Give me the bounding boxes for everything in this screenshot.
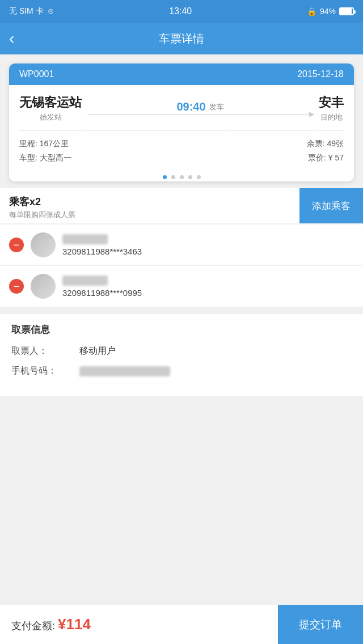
passenger-1-name-blurred	[62, 234, 108, 244]
passenger-1-id: 3209811988****3463	[62, 247, 354, 256]
destination-station: 安丰 目的地	[319, 94, 344, 122]
dot-4	[188, 175, 192, 179]
passenger-item: − 3209811988****3463	[0, 224, 363, 266]
collector-value: 移动用户	[79, 345, 116, 357]
route-arrow	[87, 115, 313, 115]
currency: ¥	[58, 616, 66, 633]
page-title: 车票详情	[159, 31, 204, 46]
vehicle-type: 车型: 大型高一	[19, 151, 71, 165]
phone-label: 手机号码：	[11, 365, 79, 377]
submit-order-button[interactable]: 提交订单	[278, 605, 363, 645]
destination-label: 目的地	[319, 112, 344, 122]
passenger-1-info: 3209811988****3463	[62, 234, 354, 256]
avatar-2	[31, 274, 56, 299]
passenger-header: 乘客x2 每单限购四张成人票 添加乘客	[0, 188, 363, 223]
passenger-title-area: 乘客x2 每单限购四张成人票	[0, 188, 299, 223]
ticket-details-left: 里程: 167公里 车型: 大型高一	[19, 137, 71, 165]
distance: 里程: 167公里	[19, 137, 71, 151]
back-button[interactable]: ‹	[9, 31, 14, 46]
remove-passenger-2-button[interactable]: −	[9, 279, 24, 294]
passenger-item: − 3209811988****0995	[0, 266, 363, 307]
passenger-title: 乘客x2	[9, 195, 290, 209]
depart-label: 发车	[209, 102, 224, 112]
ticket-dots	[9, 171, 354, 181]
status-bar: 无 SIM 卡 ⊙ 13:40 🔒 94%	[0, 0, 363, 23]
passenger-list: − 3209811988****3463 − 3209811988****099…	[0, 224, 363, 307]
ticket-id: WP0001	[19, 69, 54, 79]
passenger-subtitle: 每单限购四张成人票	[9, 210, 290, 220]
ticket-date: 2015-12-18	[297, 69, 344, 79]
ticket-card: WP0001 2015-12-18 无锡客运站 始发站 09:40 发车 安丰 …	[9, 63, 354, 181]
remove-passenger-1-button[interactable]: −	[9, 238, 24, 252]
ticket-body: 无锡客运站 始发站 09:40 发车 安丰 目的地 里程: 167公里 车型: …	[9, 85, 354, 171]
avatar-1	[31, 232, 56, 257]
collector-label: 取票人：	[11, 345, 79, 357]
lock-icon: 🔒	[307, 7, 316, 16]
payment-label: 支付金额:	[11, 620, 55, 632]
origin-name: 无锡客运站	[19, 94, 82, 111]
battery-icon	[339, 7, 354, 15]
battery-area: 🔒 94%	[307, 7, 354, 16]
bottom-bar: 支付金额: ¥114 提交订单	[0, 604, 363, 644]
depart-time: 09:40	[176, 100, 205, 113]
passenger-2-name-blurred	[62, 276, 108, 286]
dot-5	[197, 175, 201, 179]
remain-tickets: 余票: 49张	[307, 137, 344, 151]
dot-1	[163, 175, 167, 179]
origin-station: 无锡客运站 始发站	[19, 94, 82, 122]
payment-value: ¥114	[58, 616, 91, 633]
dot-3	[180, 175, 184, 179]
origin-label: 始发站	[19, 112, 82, 122]
ticket-header: WP0001 2015-12-18	[9, 63, 354, 85]
collector-row: 取票人： 移动用户	[11, 345, 352, 357]
destination-name: 安丰	[319, 94, 344, 111]
ticket-info-title: 取票信息	[11, 323, 352, 336]
battery-percent: 94%	[320, 7, 336, 16]
ticket-info-section: 取票信息 取票人： 移动用户 手机号码：	[0, 314, 363, 396]
ticket-details: 里程: 167公里 车型: 大型高一 余票: 49张 票价: ¥ 57	[19, 130, 344, 165]
time: 13:40	[169, 6, 192, 16]
nav-bar: ‹ 车票详情	[0, 23, 363, 54]
carrier: 无 SIM 卡 ⊙	[9, 6, 54, 16]
amount: 114	[66, 616, 91, 633]
payment-amount-area: 支付金额: ¥114	[0, 616, 91, 633]
add-passenger-button[interactable]: 添加乘客	[299, 188, 363, 223]
ticket-price: 票价: ¥ 57	[307, 151, 344, 165]
phone-value-blurred	[79, 366, 170, 376]
passenger-2-id: 3209811988****0995	[62, 288, 354, 298]
dot-2	[171, 175, 175, 179]
depart-time-area: 09:40 发车	[87, 100, 313, 116]
passenger-2-info: 3209811988****0995	[62, 276, 354, 298]
ticket-details-right: 余票: 49张 票价: ¥ 57	[307, 137, 344, 165]
ticket-route: 无锡客运站 始发站 09:40 发车 安丰 目的地	[19, 94, 344, 122]
phone-row: 手机号码：	[11, 365, 352, 377]
